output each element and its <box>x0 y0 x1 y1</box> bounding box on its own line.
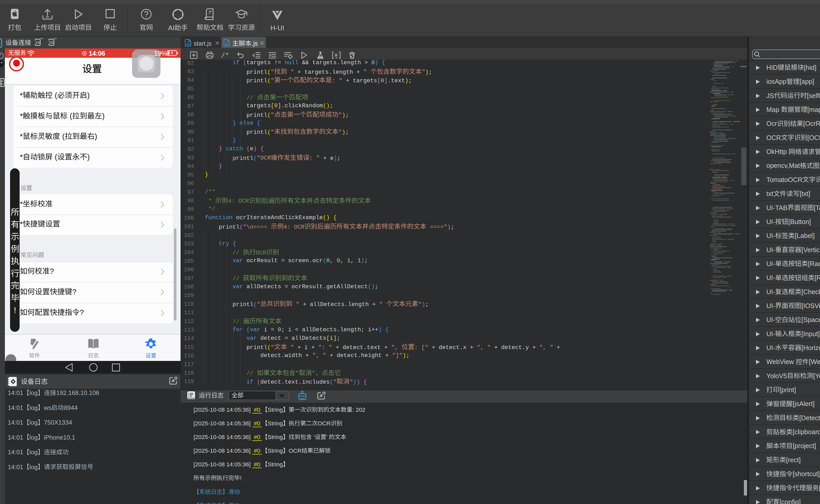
svg-text:2X: 2X <box>49 40 53 45</box>
svg-text:/*: /* <box>221 52 229 59</box>
svg-text:1X: 1X <box>35 40 40 45</box>
svg-text:Js: Js <box>225 42 228 46</box>
svg-text:Js: Js <box>186 42 190 46</box>
